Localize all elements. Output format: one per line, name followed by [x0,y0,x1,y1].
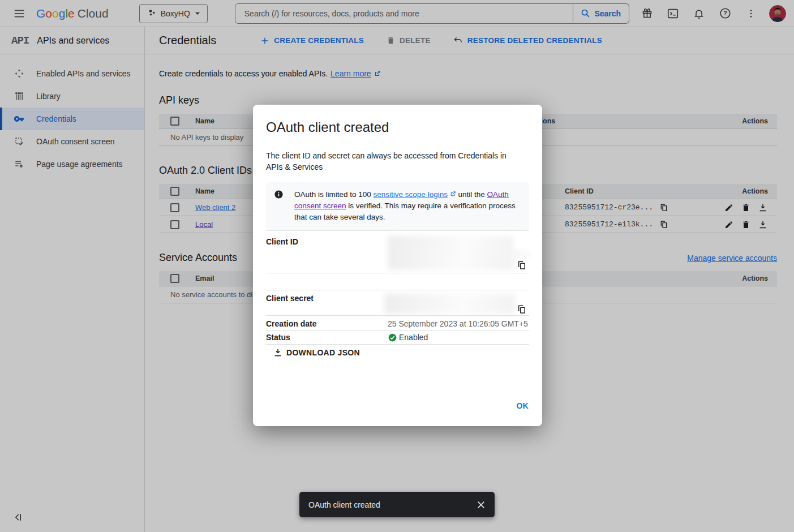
copy-client-secret-icon[interactable] [517,304,527,315]
ok-button[interactable]: OK [516,401,529,410]
dialog-notice: OAuth is limited to 100 sensitive scope … [266,182,529,230]
close-icon[interactable] [475,499,487,510]
external-link-icon [450,191,456,197]
client-id-label: Client ID [266,237,298,246]
divider [266,290,529,290]
divider [266,315,529,316]
creation-date-value: 25 September 2023 at 10:26:05 GMT+5 [388,319,528,328]
sensitive-scope-logins-link[interactable]: sensitive scope logins [374,190,448,199]
divider [266,273,529,273]
divider [266,230,529,231]
check-circle-icon [388,333,397,342]
client-secret-label: Client secret [266,294,314,303]
divider [266,330,529,331]
notice-text: until the [456,190,487,199]
download-json-button[interactable]: DOWNLOAD JSON [273,348,360,357]
client-secret-redacted-value [384,294,515,314]
download-icon [273,348,282,357]
client-id-redacted-value [513,251,528,259]
divider [266,344,529,345]
status-value: Enabled [388,333,428,342]
toast-snackbar: OAuth client created [299,492,495,517]
oauth-client-created-dialog: OAuth client created The client ID and s… [253,105,542,426]
toast-message: OAuth client created [308,500,475,509]
creation-date-label: Creation date [266,319,316,328]
client-id-redacted-value [388,236,513,270]
notice-text: OAuth is limited to 100 [294,190,374,199]
dialog-subtitle: The client ID and secret can always be a… [266,150,515,173]
copy-client-id-icon[interactable] [517,260,527,271]
info-icon [274,190,284,223]
status-label: Status [266,333,290,342]
dialog-title: OAuth client created [266,119,389,135]
